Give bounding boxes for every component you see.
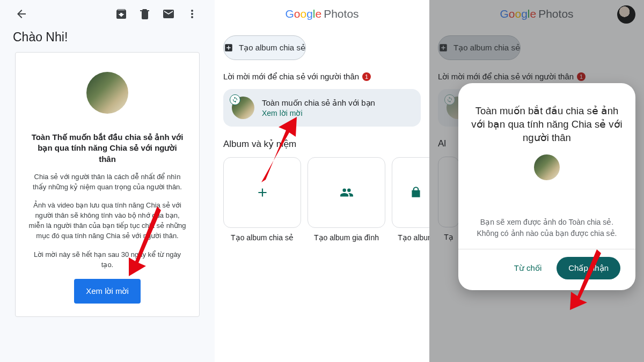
create-shared-album-label: Tạo album chia sẻ xyxy=(239,43,305,53)
archive-icon[interactable] xyxy=(109,2,133,26)
view-invite-button[interactable]: Xem lời mời xyxy=(74,279,141,304)
email-toolbar xyxy=(0,0,215,28)
google-logo-icon: Google xyxy=(285,8,321,20)
google-photos-sharing-screen: Google Photos Tạo album chia sẻ Lời mời … xyxy=(215,0,429,362)
dialog-line-1: Bạn sẽ xem được ảnh do Toàn chia sẻ. xyxy=(471,217,623,228)
invite-heading: Toàn Thế muốn bắt đầu chia sẻ ảnh với bạ… xyxy=(28,132,186,165)
back-icon[interactable] xyxy=(10,2,33,26)
create-family-album-tile[interactable] xyxy=(308,157,385,228)
albums-section-title: Album và kỷ niệm xyxy=(215,138,429,157)
plus-icon xyxy=(255,186,269,200)
album-tiles: Tạo album chia sẻ Tạo album gia đình Tạo… xyxy=(215,157,429,242)
create-shared-album-button[interactable]: Tạo album chia sẻ xyxy=(223,35,306,60)
tile-label: Tạo album chia sẻ xyxy=(231,233,294,242)
view-invite-link[interactable]: Xem lời mời xyxy=(262,109,412,117)
album-tile: Tạo album xyxy=(392,157,429,242)
partner-sync-icon xyxy=(230,94,240,105)
delete-icon[interactable] xyxy=(133,2,157,26)
partner-share-dialog: Toàn muốn bắt đầu chia sẻ ảnh với bạn qu… xyxy=(458,83,635,290)
sender-avatar xyxy=(86,72,128,114)
tile-label: Tạo album gia đình xyxy=(314,233,379,242)
mail-icon[interactable] xyxy=(157,2,180,26)
lock-icon xyxy=(409,186,423,200)
email-screen: Chào Nhi! Toàn Thế muốn bắt đầu chia sẻ … xyxy=(0,0,215,362)
create-shared-album-tile[interactable] xyxy=(223,157,301,228)
email-greeting: Chào Nhi! xyxy=(0,28,215,50)
tile-label: Tạo album xyxy=(398,233,429,242)
family-icon xyxy=(340,186,354,200)
dialog-avatar xyxy=(534,154,560,180)
album-tile: Tạo album chia sẻ xyxy=(223,157,301,242)
invite-para-3: Lời mời này sẽ hết hạn sau 30 ngày kể từ… xyxy=(27,250,187,270)
accept-button[interactable]: Chấp nhận xyxy=(557,257,620,279)
new-invite-section-title: Lời mời mới để chia sẻ với người thân 1 xyxy=(215,72,429,89)
invite-card: Toàn Thế muốn bắt đầu chia sẻ ảnh với bạ… xyxy=(15,52,200,317)
invite-para-2: Ảnh và video bạn lưu qua tính năng Chia … xyxy=(27,201,187,241)
dialog-line-2: Không có ảnh nào của bạn được chia sẻ. xyxy=(471,228,623,239)
decline-button[interactable]: Từ chối xyxy=(509,257,547,279)
create-album-tile[interactable] xyxy=(392,157,429,228)
invite-title: Toàn muốn chia sẻ ảnh với bạn xyxy=(262,98,412,108)
app-name: Photos xyxy=(324,8,358,20)
google-photos-accept-dialog-screen: Google Photos Tạo album chia sẻ Lời mời … xyxy=(429,0,644,362)
app-header: Google Photos xyxy=(215,0,429,28)
dialog-heading: Toàn muốn bắt đầu chia sẻ ảnh với bạn qu… xyxy=(471,105,623,145)
invite-para-1: Chia sẻ với người thân là cách dễ nhất đ… xyxy=(27,172,187,193)
album-tile: Tạo album gia đình xyxy=(308,157,385,242)
dialog-divider xyxy=(458,249,635,249)
invite-count-badge: 1 xyxy=(362,72,371,81)
partner-invite-row[interactable]: Toàn muốn chia sẻ ảnh với bạn Xem lời mờ… xyxy=(223,89,421,127)
album-add-icon xyxy=(224,43,233,53)
more-icon[interactable] xyxy=(180,2,204,26)
